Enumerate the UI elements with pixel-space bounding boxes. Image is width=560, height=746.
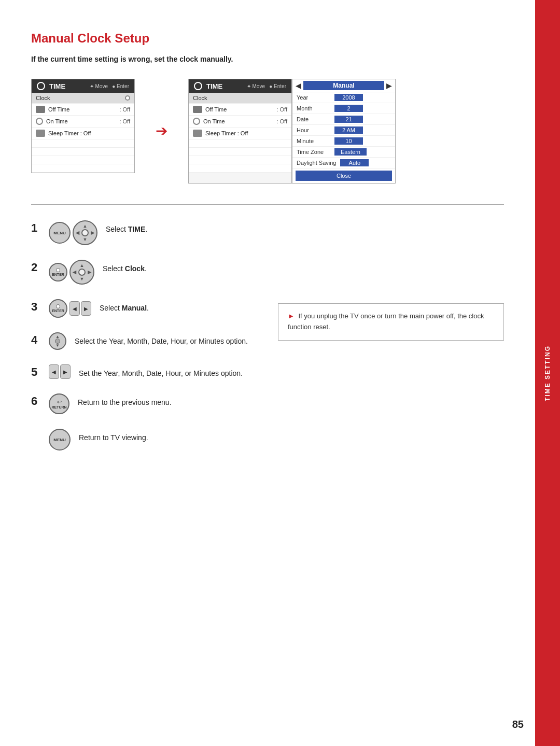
step-2: 2 ENTER ▲ ▼ ◀ ▶ Select Clock. bbox=[31, 260, 257, 285]
left-tv-panel: TIME ✦ Move ● Enter Clock Off Time : Off bbox=[31, 79, 135, 173]
panels-row: TIME ✦ Move ● Enter Clock Off Time : Off bbox=[31, 79, 504, 184]
left-panel-body: Clock Off Time : Off On Time : Off Sleep… bbox=[32, 93, 134, 173]
minute-value: 10 bbox=[334, 137, 363, 145]
right-tv-panel: TIME ✦ Move ● Enter Clock Off Time : Off bbox=[188, 79, 292, 184]
step-6: 6 ↩ RETURN Return to the previous menu. bbox=[31, 393, 257, 414]
hour-row: Hour 2 AM bbox=[292, 125, 395, 136]
lr-nav-5: ◀ ▶ bbox=[49, 364, 71, 379]
month-row: Month 2 bbox=[292, 103, 395, 114]
enter-button-2: ENTER bbox=[49, 263, 67, 281]
mode-right-arrow[interactable]: ▶ bbox=[386, 81, 392, 90]
right-panel-body: Clock Off Time : Off On Time : Off bbox=[189, 93, 291, 173]
enter-dot bbox=[56, 304, 60, 308]
list-item bbox=[32, 156, 134, 164]
menu-icon-offtime bbox=[36, 106, 45, 113]
list-item: Off Time : Off bbox=[189, 104, 291, 116]
dpad-up-arrow: ▲ bbox=[80, 263, 85, 268]
list-item: Sleep Timer : Off bbox=[32, 128, 134, 139]
year-row: Year 2008 bbox=[292, 92, 395, 103]
info-text: If you unplug the TV once or turn the ma… bbox=[288, 312, 484, 331]
mode-left-arrow[interactable]: ◀ bbox=[296, 81, 301, 90]
steps-section: 1 MENU ▲ ▼ ◀ ▶ Select TIME. bbox=[31, 220, 504, 465]
list-item: Clock bbox=[32, 93, 134, 104]
step-number-4: 4 bbox=[31, 334, 40, 346]
step-1-icons: MENU ▲ ▼ ◀ ▶ bbox=[49, 220, 97, 245]
daylight-row: Daylight Saving Auto bbox=[292, 158, 395, 168]
minute-row: Minute 10 bbox=[292, 136, 395, 147]
dpad-right-arrow: ▶ bbox=[91, 230, 94, 235]
right-panel-title: TIME bbox=[206, 82, 243, 90]
dpad-center bbox=[78, 269, 86, 276]
menu-button-7: MENU bbox=[49, 429, 71, 451]
left-panel-header: TIME ✦ Move ● Enter bbox=[32, 79, 134, 93]
menu-icon-ontime bbox=[36, 118, 43, 125]
list-item bbox=[32, 139, 134, 148]
menu-button-1: MENU bbox=[49, 222, 71, 244]
step-number-2: 2 bbox=[31, 262, 40, 273]
dpad-1: ▲ ▼ ◀ ▶ bbox=[73, 220, 97, 245]
year-label: Year bbox=[297, 94, 330, 101]
step-number-3: 3 bbox=[31, 301, 40, 313]
step-4: 4 ▲ ▼ Select the Year, Month, Date, Hour… bbox=[31, 332, 257, 350]
list-item: Clock bbox=[189, 93, 291, 104]
mode-selector-row: ◀ Manual ▶ bbox=[292, 79, 395, 92]
selected-indicator bbox=[125, 95, 130, 101]
step-7-icons: MENU bbox=[49, 429, 71, 451]
clock-settings-panel: ◀ Manual ▶ Year 2008 Month 2 Date 21 bbox=[292, 79, 396, 184]
page-title: Manual Clock Setup bbox=[31, 31, 504, 46]
clock-mode-value: Manual bbox=[303, 81, 384, 90]
step-5-icons: ◀ ▶ bbox=[49, 364, 71, 379]
list-item bbox=[32, 164, 134, 173]
time-icon-left bbox=[37, 82, 45, 90]
sidebar-label: TIME SETTING bbox=[544, 345, 551, 401]
divider bbox=[31, 204, 504, 205]
enter-button-3: ENTER bbox=[49, 299, 67, 318]
step-6-text: Return to the previous menu. bbox=[78, 398, 172, 408]
list-item: Sleep Timer : Off bbox=[189, 128, 291, 139]
step-7: MENU Return to TV viewing. bbox=[31, 429, 257, 451]
dpad-center bbox=[81, 229, 89, 236]
step-number-5: 5 bbox=[31, 367, 40, 378]
left-panel-nav: ✦ Move ● Enter bbox=[90, 83, 129, 89]
info-arrow: ► bbox=[288, 312, 295, 320]
menu-icon-sleep2 bbox=[193, 130, 202, 137]
daylight-label: Daylight Saving bbox=[297, 160, 336, 166]
arrow-icon: ➔ bbox=[156, 79, 167, 162]
sidebar: TIME SETTING bbox=[535, 0, 560, 746]
step-3-text: Select Manual. bbox=[100, 303, 149, 314]
enter-dot bbox=[56, 268, 60, 272]
menu-icon-sleep bbox=[36, 130, 45, 137]
list-item bbox=[189, 139, 291, 148]
step-5: 5 ◀ ▶ Set the Year, Month, Date, Hour, o… bbox=[31, 364, 257, 379]
steps-left: 1 MENU ▲ ▼ ◀ ▶ Select TIME. bbox=[31, 220, 257, 465]
step-1: 1 MENU ▲ ▼ ◀ ▶ Select TIME. bbox=[31, 220, 257, 245]
dpad-down-arrow: ▼ bbox=[83, 237, 88, 242]
list-item: Off Time : Off bbox=[32, 104, 134, 116]
step-7-text: Return to TV viewing. bbox=[79, 433, 148, 443]
hour-label: Hour bbox=[297, 127, 330, 133]
info-box: ► If you unplug the TV once or turn the … bbox=[278, 303, 504, 341]
main-content: Manual Clock Setup If the current time s… bbox=[0, 0, 535, 746]
step-2-text: Select Clock. bbox=[103, 264, 147, 274]
menu-icon-ontime2 bbox=[193, 118, 200, 125]
lr-nav-3: ◀ ▶ bbox=[69, 301, 91, 316]
timezone-value: Eastern bbox=[334, 148, 367, 156]
list-item bbox=[189, 148, 291, 156]
list-item: On Time : Off bbox=[32, 116, 134, 128]
close-button[interactable]: Close bbox=[296, 171, 392, 181]
step-4-icons: ▲ ▼ bbox=[49, 332, 66, 350]
step-number-1: 1 bbox=[31, 222, 40, 234]
time-icon-right bbox=[194, 82, 202, 90]
step-5-text: Set the Year, Month, Date, Hour, or Minu… bbox=[79, 369, 243, 379]
dpad-left-arrow: ◀ bbox=[76, 230, 79, 235]
month-value: 2 bbox=[334, 105, 363, 112]
minute-label: Minute bbox=[297, 138, 330, 144]
step-3: 3 ENTER ◀ ▶ Select Manual. bbox=[31, 299, 257, 318]
daylight-value: Auto bbox=[340, 159, 369, 166]
menu-icon-offtime2 bbox=[193, 106, 202, 113]
right-button-5: ▶ bbox=[60, 364, 71, 379]
list-item bbox=[189, 156, 291, 164]
subtitle: If the current time setting is wrong, se… bbox=[31, 55, 504, 63]
right-button: ▶ bbox=[81, 301, 91, 316]
step-4-text: Select the Year, Month, Date, Hour, or M… bbox=[75, 336, 248, 347]
